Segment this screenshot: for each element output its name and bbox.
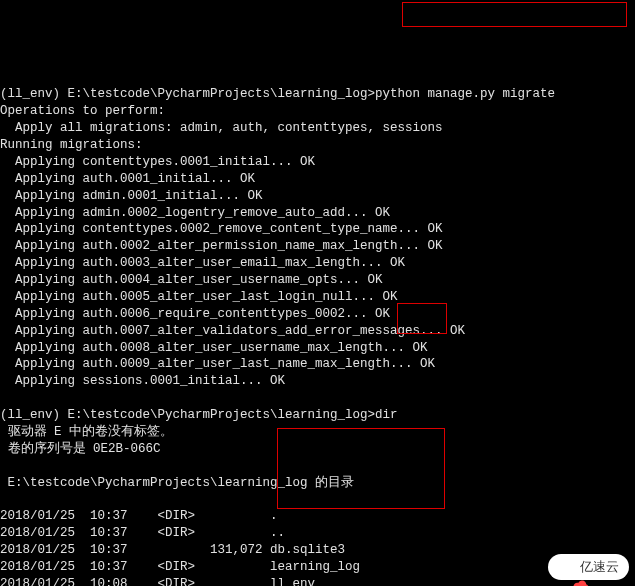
- output-line: Apply all migrations: admin, auth, conte…: [0, 121, 443, 135]
- migration-line: Applying auth.0007_alter_validators_add_…: [0, 324, 465, 338]
- command-text: python manage.py migrate: [375, 87, 555, 101]
- watermark-text: 亿速云: [580, 558, 619, 576]
- dir-entry: 2018/01/25 10:08 <DIR> ll_env: [0, 577, 315, 586]
- migration-line: Applying auth.0009_alter_user_last_name_…: [0, 357, 435, 371]
- prompt-line-2: (ll_env) E:\testcode\PycharmProjects\lea…: [0, 408, 398, 422]
- migration-line: Applying contenttypes.0002_remove_conten…: [0, 222, 443, 236]
- dir-drive-line: 驱动器 E 中的卷没有标签。: [0, 425, 173, 439]
- migration-line: Applying admin.0002_logentry_remove_auto…: [0, 206, 390, 220]
- dir-serial-line: 卷的序列号是 0E2B-066C: [0, 442, 161, 456]
- migration-line: Applying auth.0006_require_contenttypes_…: [0, 307, 390, 321]
- migration-line: Applying admin.0001_initial... OK: [0, 189, 263, 203]
- migration-line: Applying auth.0002_alter_permission_name…: [0, 239, 443, 253]
- migration-line: Applying auth.0003_alter_user_email_max_…: [0, 256, 405, 270]
- output-line: Operations to perform:: [0, 104, 165, 118]
- prompt-line-1: (ll_env) E:\testcode\PycharmProjects\lea…: [0, 87, 555, 101]
- dir-entry: 2018/01/25 10:37 <DIR> learning_log: [0, 560, 360, 574]
- migration-line: Applying sessions.0001_initial... OK: [0, 374, 285, 388]
- cloud-icon: [558, 560, 576, 574]
- command-text: dir: [375, 408, 398, 422]
- prompt-prefix: (ll_env) E:\testcode\PycharmProjects\lea…: [0, 408, 375, 422]
- migration-line: Applying auth.0008_alter_user_username_m…: [0, 341, 428, 355]
- watermark-badge: 亿速云: [548, 554, 629, 580]
- migration-line: Applying auth.0004_alter_user_username_o…: [0, 273, 383, 287]
- highlight-box-migrate-command: [402, 2, 627, 27]
- dir-entry: 2018/01/25 10:37 <DIR> ..: [0, 526, 285, 540]
- output-line: Running migrations:: [0, 138, 143, 152]
- prompt-prefix: (ll_env) E:\testcode\PycharmProjects\lea…: [0, 87, 375, 101]
- dir-header-line: E:\testcode\PycharmProjects\learning_log…: [0, 476, 354, 490]
- migration-line: Applying contenttypes.0001_initial... OK: [0, 155, 315, 169]
- dir-entry: 2018/01/25 10:37 131,072 db.sqlite3: [0, 543, 345, 557]
- migration-line: Applying auth.0005_alter_user_last_login…: [0, 290, 398, 304]
- terminal-output[interactable]: (ll_env) E:\testcode\PycharmProjects\lea…: [0, 68, 635, 587]
- dir-entry: 2018/01/25 10:37 <DIR> .: [0, 509, 278, 523]
- migration-line: Applying auth.0001_initial... OK: [0, 172, 255, 186]
